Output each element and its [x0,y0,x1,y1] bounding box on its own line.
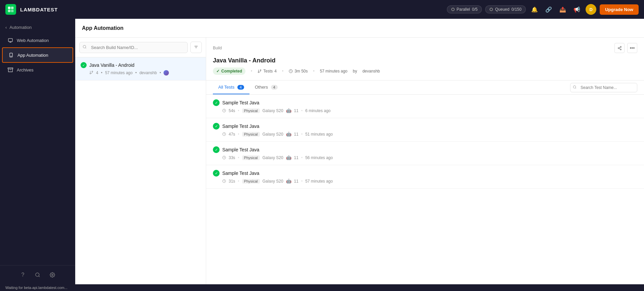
status-badge: ✓ Completed [213,67,245,75]
megaphone-icon[interactable]: 📢 [571,4,582,15]
android-version: 11 [294,132,298,137]
test-name: Sample Test Java [222,100,259,105]
android-version: 11 [294,155,298,160]
queued-value: 0/150 [511,7,521,12]
svg-point-23 [618,47,619,48]
svg-point-22 [620,46,621,47]
test-device: Galaxy S20 [263,108,283,113]
build-item[interactable]: ✓ Java Vanilla - Android 4 • 57 minutes … [75,57,206,81]
share-detail-button[interactable] [614,43,625,53]
queued-badge: Queued 0/150 [485,5,526,13]
build-list-header [75,38,206,57]
test-duration: 47s [229,132,235,137]
more-options-button[interactable]: ••• [627,43,637,53]
test-item[interactable]: ✓ Sample Test Java 31s • Physical Galaxy… [206,165,644,189]
logo-text: LAMBDATEST [20,7,58,12]
test-item[interactable]: ✓ Sample Test Java 33s • Physical Galaxy… [206,142,644,165]
status-bar-text: Waiting for beta-api.lambdatest.com... [5,286,67,290]
link-icon[interactable]: 🔗 [543,4,554,15]
test-time-ago: 56 minutes ago [305,155,333,160]
upgrade-button[interactable]: Upgrade Now [600,4,639,15]
build-user: devanshb [139,70,157,75]
test-time-ago: 51 minutes ago [305,132,333,137]
test-name: Sample Test Java [222,147,259,152]
sidebar-item-app-automation[interactable]: App Automation [2,47,73,63]
test-duration: 33s [229,155,235,160]
archives-icon [7,67,13,73]
svg-line-15 [85,48,86,48]
svg-rect-0 [8,7,11,9]
test-meta: 54s • Physical Galaxy S20 🤖 11 • 6 minut… [213,108,637,113]
tab-all-tests-count: 4 [237,85,244,90]
test-meta: 47s • Physical Galaxy S20 🤖 11 • 51 minu… [213,132,637,137]
tab-all-tests[interactable]: All Tests 4 [213,81,249,94]
test-search-input[interactable] [570,83,637,92]
parallel-dot [451,8,455,11]
branch-icon [89,70,93,76]
avatar[interactable]: D [586,4,596,15]
sidebar-item-web-automation[interactable]: Web Automation [2,33,73,47]
device-type-badge: Physical [242,132,260,137]
by-label: by [353,69,357,74]
platform-circle [164,70,169,76]
device-type-badge: Physical [242,155,260,160]
test-name: Sample Test Java [222,171,259,176]
meta-separator3: • [159,70,161,75]
detail-build-name: Java Vanilla - Android [213,57,637,64]
test-time-ago: 57 minutes ago [305,179,333,184]
topbar-right: Parallel 0/5 Queued 0/150 🔔 🔗 📤 📢 D Upgr… [447,4,639,15]
build-list-panel: ✓ Java Vanilla - Android 4 • 57 minutes … [75,38,206,284]
svg-rect-1 [11,7,14,9]
android-version: 11 [294,108,298,113]
status-text: Completed [221,69,242,74]
topbar-left: LAMBDATEST [5,4,58,15]
tests-count-item: Tests 4 [258,69,277,74]
svg-point-14 [83,45,86,48]
detail-meta: ✓ Completed • Tests 4 • [213,67,637,75]
android-icon: 🤖 [286,155,291,160]
svg-line-32 [576,88,576,88]
build-search-input[interactable] [79,42,188,53]
test-item[interactable]: ✓ Sample Test Java 47s • Physical Galaxy… [206,118,644,142]
test-item[interactable]: ✓ Sample Test Java 54s • Physical Galaxy… [206,95,644,118]
test-meta: 33s • Physical Galaxy S20 🤖 11 • 56 minu… [213,155,637,160]
app-automation-icon [8,52,14,58]
svg-line-12 [39,276,40,277]
build-count: 4 [96,70,98,75]
svg-rect-2 [8,10,11,12]
svg-point-20 [92,71,93,72]
filter-button[interactable] [190,42,202,53]
sidebar-back-label: Automation [9,25,32,30]
test-device: Galaxy S20 [263,155,283,160]
test-duration: 54s [229,108,235,113]
sidebar-bottom: ? [0,265,75,284]
test-search-wrap [570,83,637,92]
web-automation-icon [7,37,13,43]
build-item-top: ✓ Java Vanilla - Android [81,62,200,68]
build-status-icon: ✓ [81,62,87,68]
settings-icon[interactable] [47,270,58,280]
test-name: Sample Test Java [222,124,259,129]
detail-header-top: Build ••• [213,43,637,53]
svg-line-26 [619,47,620,48]
share-icon[interactable]: 📤 [557,4,568,15]
detail-build-label: Build [213,46,222,50]
help-icon[interactable]: ? [17,270,28,280]
search-bottom-icon[interactable] [32,270,43,280]
duration-text: 3m 50s [294,69,308,74]
queued-dot [490,8,493,11]
sidebar: ‹ Automation Web Automation App Automati… [0,19,75,284]
svg-rect-4 [8,39,12,42]
sidebar-item-archives[interactable]: Archives [2,63,73,77]
test-status-icon: ✓ [213,99,220,106]
search-icon [83,45,87,50]
tab-others[interactable]: Others 4 [249,81,283,94]
parallel-label: Parallel [457,7,470,12]
detail-actions: ••• [614,43,637,53]
detail-user: devanshb [362,69,380,74]
notification-icon[interactable]: 🔔 [529,4,540,15]
svg-point-29 [258,72,259,73]
content-header: App Automation [75,19,644,38]
tab-others-count: 4 [271,85,278,90]
sidebar-back-button[interactable]: ‹ Automation [0,21,75,33]
